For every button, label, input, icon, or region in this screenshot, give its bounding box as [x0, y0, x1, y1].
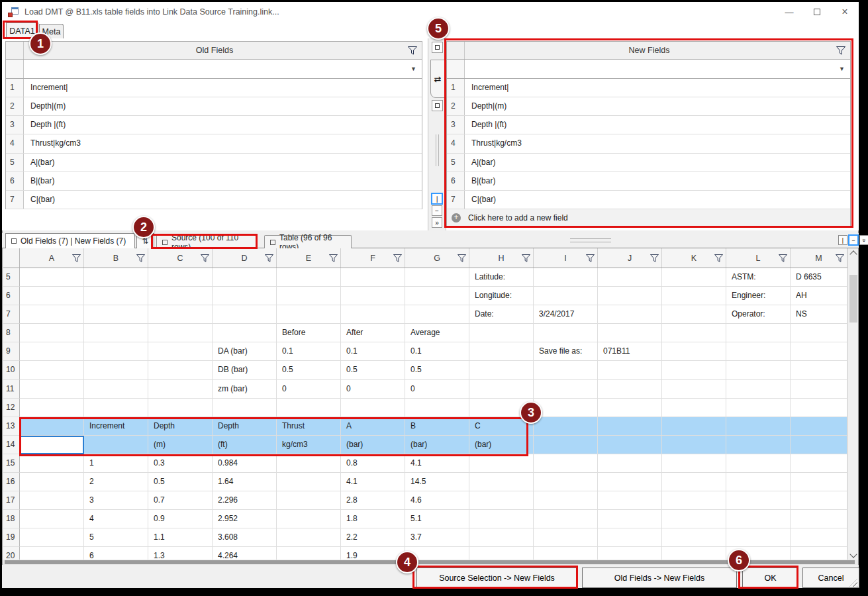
column-header-G[interactable]: G	[405, 248, 469, 268]
grid-cell-J18[interactable]	[598, 510, 662, 528]
grid-cell-C7[interactable]	[148, 305, 213, 324]
grid-cell-G5[interactable]	[405, 268, 469, 287]
grid-cell-A12[interactable]	[20, 399, 84, 417]
new-field-value[interactable]: A|(bar)	[465, 154, 850, 172]
grid-cell-L8[interactable]	[726, 324, 791, 342]
grid-cell-E15[interactable]	[277, 454, 341, 473]
grid-cell-H16[interactable]	[469, 473, 534, 491]
new-field-value[interactable]: B|(bar)	[465, 172, 850, 190]
grid-cell-L19[interactable]	[726, 528, 791, 547]
grid-cell-L15[interactable]	[726, 454, 791, 473]
grid-cell-I15[interactable]	[534, 454, 598, 473]
grid-cell-B15[interactable]: 1	[84, 454, 148, 473]
grid-cell-H10[interactable]	[469, 361, 534, 379]
grid-cell-E6[interactable]	[277, 287, 341, 305]
grid-cell-C16[interactable]: 0.5	[148, 473, 213, 491]
grid-cell-L9[interactable]	[726, 342, 791, 361]
grid-cell-K17[interactable]	[662, 491, 726, 510]
vertical-scrollbar[interactable]	[847, 248, 858, 560]
grid-cell-G12[interactable]	[405, 399, 469, 417]
grid-cell-I5[interactable]	[534, 268, 598, 287]
layout-vertical-button[interactable]: ❘	[838, 235, 847, 245]
row-header-18[interactable]: 18	[3, 510, 20, 528]
grid-cell-A16[interactable]	[20, 473, 84, 491]
new-fields-filter-dropdown[interactable]: ▼	[465, 60, 850, 78]
grid-cell-K7[interactable]	[662, 305, 726, 324]
grid-cell-D10[interactable]: DB (bar)	[213, 361, 277, 379]
add-new-field-row[interactable]: + Click here to add a new field	[447, 209, 850, 227]
grid-cell-D16[interactable]: 1.64	[213, 473, 277, 491]
grid-cell-H11[interactable]	[469, 380, 534, 399]
field-row-number[interactable]: 4	[447, 134, 465, 152]
grid-cell-D12[interactable]	[213, 399, 277, 417]
filter-icon[interactable]	[72, 254, 81, 262]
grid-cell-J14[interactable]	[598, 436, 662, 454]
grid-cell-B19[interactable]: 5	[84, 528, 148, 547]
old-fields-to-new-fields-button[interactable]: Old Fields -> New Fields	[582, 568, 737, 588]
filter-icon[interactable]	[586, 254, 595, 262]
grid-cell-A6[interactable]	[20, 287, 84, 305]
grid-cell-G10[interactable]: 0.5	[405, 361, 469, 379]
grid-cell-B13[interactable]: Increment	[84, 417, 148, 436]
grid-cell-G9[interactable]: 0.1	[405, 342, 469, 361]
row-header-15[interactable]: 15	[3, 454, 20, 473]
grid-cell-K9[interactable]	[662, 342, 726, 361]
grid-cell-C10[interactable]	[148, 361, 213, 379]
grid-cell-B14[interactable]	[84, 436, 148, 454]
grid-cell-G11[interactable]: 0	[405, 380, 469, 399]
field-row-number[interactable]: 4	[6, 134, 24, 152]
row-header-17[interactable]: 17	[3, 491, 20, 510]
grid-cell-C17[interactable]: 0.7	[148, 491, 213, 510]
new-field-value[interactable]: Depth |(ft)	[465, 116, 850, 134]
grid-cell-C8[interactable]	[148, 324, 213, 342]
minimize-button[interactable]: —	[775, 2, 803, 22]
grid-cell-C13[interactable]: Depth	[148, 417, 213, 436]
grid-cell-G18[interactable]: 5.1	[405, 510, 469, 528]
old-field-value[interactable]: B|(bar)	[24, 172, 422, 190]
grid-cell-F15[interactable]: 0.8	[341, 454, 405, 473]
grid-cell-L12[interactable]	[726, 399, 791, 417]
field-row-number[interactable]: 2	[447, 97, 465, 115]
grid-cell-G13[interactable]: B	[405, 417, 469, 436]
field-row-number[interactable]: 3	[6, 116, 24, 134]
new-field-value[interactable]: Thrust|kg/cm3	[465, 134, 850, 152]
new-field-value[interactable]: Increment|	[465, 79, 850, 97]
filter-icon[interactable]	[393, 254, 402, 262]
grid-cell-C9[interactable]	[148, 342, 213, 361]
grid-cell-J20[interactable]	[598, 547, 662, 560]
swap-fields-handle[interactable]: ⇄	[430, 60, 445, 98]
grid-cell-C20[interactable]: 1.3	[148, 547, 213, 560]
grid-cell-H9[interactable]	[469, 342, 534, 361]
grid-cell-F14[interactable]: (bar)	[341, 436, 405, 454]
column-header-D[interactable]: D	[213, 248, 277, 268]
grid-cell-M20[interactable]	[791, 547, 847, 560]
grid-cell-A10[interactable]	[20, 361, 84, 379]
grid-cell-D20[interactable]: 4.264	[213, 547, 277, 560]
grid-cell-J5[interactable]	[598, 268, 662, 287]
grid-cell-G19[interactable]: 3.7	[405, 528, 469, 547]
grid-cell-J13[interactable]	[598, 417, 662, 436]
new-field-value[interactable]: Depth|(m)	[465, 97, 850, 115]
filter-icon[interactable]	[522, 254, 530, 262]
grid-cell-K19[interactable]	[662, 528, 726, 547]
grid-cell-M18[interactable]	[791, 510, 847, 528]
grid-cell-L5[interactable]: ASTM:	[726, 268, 791, 287]
grid-cell-M15[interactable]	[791, 454, 847, 473]
grid-cell-E14[interactable]: kg/cm3	[277, 436, 341, 454]
grid-cell-K16[interactable]	[662, 473, 726, 491]
grid-cell-E7[interactable]	[277, 305, 341, 324]
grid-cell-F9[interactable]: 0.1	[341, 342, 405, 361]
new-fields-filter-row[interactable]: ▼	[447, 60, 850, 79]
row-header-12[interactable]: 12	[3, 399, 20, 417]
filter-icon[interactable]	[201, 254, 209, 262]
grid-cell-K18[interactable]	[662, 510, 726, 528]
grid-cell-A20[interactable]	[20, 547, 84, 560]
row-header-16[interactable]: 16	[3, 473, 20, 491]
grid-cell-G14[interactable]: (bar)	[405, 436, 469, 454]
vertical-scroll-thumb[interactable]	[849, 275, 857, 323]
column-header-B[interactable]: B	[84, 248, 148, 268]
grid-cell-J9[interactable]: 071B11	[598, 342, 662, 361]
old-field-value[interactable]: Increment|	[24, 79, 422, 97]
grid-cell-H20[interactable]	[469, 547, 534, 560]
grid-cell-J17[interactable]	[598, 491, 662, 510]
